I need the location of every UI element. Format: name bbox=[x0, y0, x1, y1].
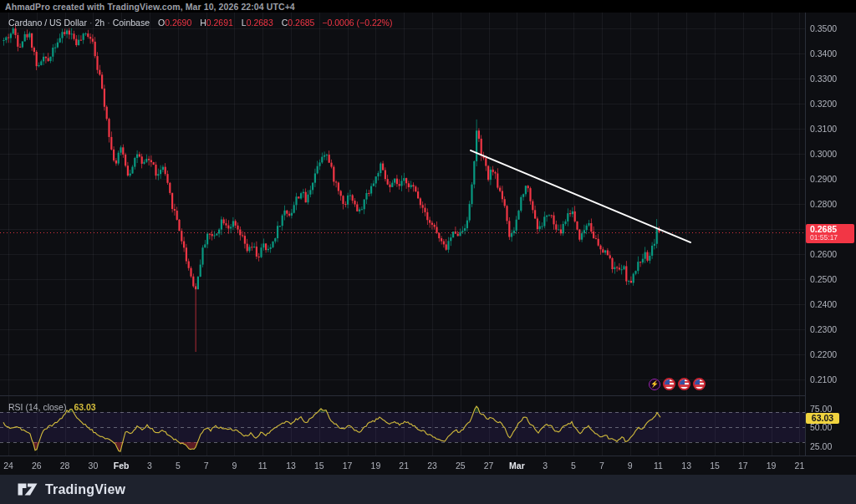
price-tick-label: 0.2900 bbox=[810, 174, 837, 184]
lightning-event-icon[interactable]: ⚡ bbox=[649, 379, 660, 390]
price-tick-label: 0.3500 bbox=[810, 23, 837, 33]
time-tick-label: 5 bbox=[571, 461, 576, 471]
change-value: −0.0006 (−0.22%) bbox=[322, 18, 392, 28]
rsi-legend[interactable]: RSI (14, close) 63.03 bbox=[8, 402, 96, 412]
time-tick-label: 15 bbox=[710, 461, 720, 471]
time-tick-label: 24 bbox=[3, 461, 13, 471]
price-tick-label: 0.3100 bbox=[810, 124, 837, 134]
time-tick-label: Mar bbox=[509, 461, 525, 471]
interval-label[interactable]: 2h bbox=[94, 18, 104, 28]
time-tick-label: 26 bbox=[32, 461, 42, 471]
time-tick-label: 15 bbox=[314, 461, 324, 471]
time-tick-label: 13 bbox=[681, 461, 691, 471]
price-tick-label: 0.3300 bbox=[810, 74, 837, 84]
time-tick-label: 30 bbox=[89, 461, 99, 471]
legend-separator: · bbox=[104, 18, 113, 28]
time-tick-label: 21 bbox=[399, 461, 409, 471]
us-flag-event-icon[interactable] bbox=[663, 378, 675, 390]
time-tick-label: 9 bbox=[232, 461, 237, 471]
us-flag-event-icon[interactable] bbox=[693, 378, 706, 390]
watermark-text: AhmadPro created with TradingView.com, M… bbox=[0, 2, 295, 12]
time-tick-label: 3 bbox=[543, 461, 548, 471]
rsi-name[interactable]: RSI bbox=[8, 402, 23, 412]
high-value: 0.2691 bbox=[206, 18, 233, 28]
time-tick-label: 19 bbox=[371, 461, 381, 471]
bar-countdown: 01:55:17 bbox=[810, 234, 854, 242]
rsi-params: (14, close) bbox=[25, 402, 66, 412]
price-tick-label: 0.2500 bbox=[810, 274, 837, 284]
time-tick-label: Feb bbox=[114, 461, 130, 471]
current-price-label: 0.2685 01:55:17 bbox=[806, 224, 854, 243]
time-tick-label: 21 bbox=[795, 461, 805, 471]
time-tick-label: 5 bbox=[176, 461, 181, 471]
tradingview-logo-icon[interactable] bbox=[17, 482, 38, 496]
rsi-current-label: 63.03 bbox=[806, 413, 839, 424]
rsi-value: 63.03 bbox=[74, 402, 95, 412]
time-tick-label: 25 bbox=[456, 461, 466, 471]
us-flag-event-icon[interactable] bbox=[678, 378, 690, 390]
exchange-label[interactable]: Coinbase bbox=[113, 18, 150, 28]
footer-bar: TradingView bbox=[0, 475, 856, 504]
high-letter: H bbox=[200, 18, 206, 28]
time-tick-label: 27 bbox=[484, 461, 494, 471]
watermark-bar: AhmadPro created with TradingView.com, M… bbox=[0, 0, 856, 13]
price-tick-label: 0.2300 bbox=[810, 324, 837, 334]
price-tick-label: 0.2400 bbox=[810, 299, 837, 309]
rsi-tick-label: 25.00 bbox=[810, 441, 832, 451]
tradingview-chart-window: AhmadPro created with TradingView.com, M… bbox=[0, 0, 856, 504]
time-tick-label: 11 bbox=[654, 461, 663, 471]
low-value: 0.2683 bbox=[247, 18, 273, 28]
time-tick-label: 17 bbox=[738, 461, 748, 471]
time-tick-label: 7 bbox=[599, 461, 604, 471]
time-tick-label: 9 bbox=[628, 461, 633, 471]
time-tick-label: 19 bbox=[767, 461, 777, 471]
tradingview-brand-text[interactable]: TradingView bbox=[45, 482, 125, 497]
time-tick-label: 3 bbox=[147, 461, 152, 471]
rsi-tick-label: 75.00 bbox=[810, 404, 832, 414]
price-tick-label: 0.3000 bbox=[810, 149, 837, 159]
price-tick-label: 0.2600 bbox=[810, 249, 837, 259]
event-markers[interactable]: ⚡ bbox=[649, 378, 706, 390]
time-tick-label: 13 bbox=[286, 461, 296, 471]
symbol-legend[interactable]: Cardano / US Dollar·2h·Coinbase O0.2690 … bbox=[8, 18, 392, 28]
time-tick-label: 28 bbox=[60, 461, 70, 471]
price-tick-label: 0.2200 bbox=[810, 349, 837, 359]
price-tick-label: 0.3400 bbox=[810, 48, 837, 59]
close-value: 0.2685 bbox=[288, 18, 314, 28]
chart-canvas[interactable] bbox=[0, 0, 856, 504]
open-letter: O bbox=[158, 18, 165, 28]
time-tick-label: 11 bbox=[258, 461, 268, 471]
symbol-name[interactable]: Cardano / US Dollar bbox=[8, 18, 87, 28]
time-tick-label: 17 bbox=[343, 461, 353, 471]
time-tick-label: 23 bbox=[427, 461, 437, 471]
open-value: 0.2690 bbox=[165, 18, 191, 28]
time-tick-label: 7 bbox=[204, 461, 209, 471]
price-tick-label: 0.3200 bbox=[810, 99, 837, 109]
price-tick-label: 0.2100 bbox=[810, 374, 837, 384]
price-tick-label: 0.2800 bbox=[810, 199, 837, 209]
